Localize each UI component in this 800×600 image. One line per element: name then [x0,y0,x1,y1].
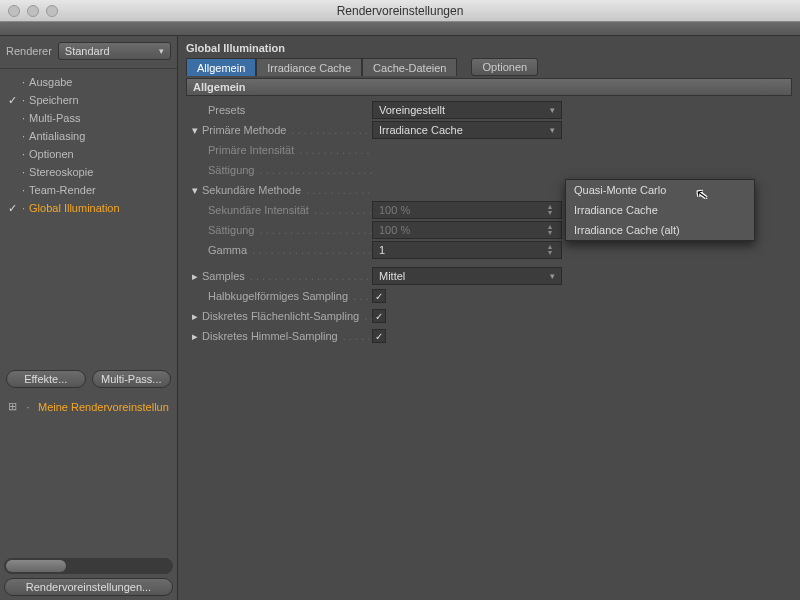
render-settings-button[interactable]: Rendervoreinstellungen... [4,578,173,596]
spinner-icon[interactable]: ▴▾ [548,224,558,236]
disclosure-triangle-icon[interactable]: ▸ [192,270,202,283]
secondary-method-label: Sekundäre Methode [202,184,303,196]
hemispheric-checkbox[interactable]: ✓ [372,289,386,303]
renderer-label: Renderer [6,45,52,57]
sky-sampling-label: Diskretes Himmel-Sampling [202,330,340,342]
area-light-label: Diskretes Flächenlicht-Sampling [202,310,361,322]
tab-bar: Allgemein Irradiance Cache Cache-Dateien… [186,58,792,76]
window-title: Rendervoreinstellungen [0,4,800,18]
section-header: Allgemein [186,78,792,96]
sidebar-item-teamrender[interactable]: ·Team-Render [0,181,177,199]
primary-method-label: Primäre Methode [202,124,288,136]
secondary-saturation-field[interactable]: 100 %▴▾ [372,221,562,239]
sidebar-item-speichern[interactable]: ✓·Speichern [0,91,177,109]
primary-method-menu[interactable]: Quasi-Monte Carlo Irradiance Cache Irrad… [565,179,755,241]
content-panel: Global Illumination Allgemein Irradiance… [178,36,800,600]
sidebar-item-label: Ausgabe [29,76,72,88]
tab-allgemein[interactable]: Allgemein [186,58,256,76]
menu-item-irradiance-cache-alt[interactable]: Irradiance Cache (alt) [566,220,754,240]
tab-irradiance-cache[interactable]: Irradiance Cache [256,58,362,76]
primary-intensity-label: Primäre Intensität [208,144,296,156]
samples-dropdown[interactable]: Mittel [372,267,562,285]
toolbar-strip [0,22,800,36]
secondary-saturation-label: Sättigung [208,224,256,236]
multipass-button[interactable]: Multi-Pass... [92,370,172,388]
primary-saturation-label: Sättigung [208,164,256,176]
secondary-intensity-label: Sekundäre Intensität [208,204,311,216]
dot-icon: · [22,401,34,413]
gamma-field[interactable]: 1▴▾ [372,241,562,259]
spinner-icon[interactable]: ▴▾ [548,244,558,256]
preset-name: Meine Rendervoreinstellun [38,401,169,413]
menu-item-irradiance-cache[interactable]: Irradiance Cache [566,200,754,220]
primary-method-dropdown[interactable]: Irradiance Cache [372,121,562,139]
presets-value: Voreingestellt [379,104,445,116]
disclosure-triangle-icon[interactable]: ▸ [192,330,202,343]
horizontal-scrollbar[interactable] [4,558,173,574]
secondary-intensity-field[interactable]: 100 %▴▾ [372,201,562,219]
sidebar-item-label: Multi-Pass [29,112,80,124]
sidebar-item-label: Team-Render [29,184,96,196]
tab-cache-dateien[interactable]: Cache-Dateien [362,58,457,76]
sidebar-item-label: Optionen [29,148,74,160]
samples-label: Samples [202,270,247,282]
sidebar-item-multipass[interactable]: ·Multi-Pass [0,109,177,127]
checkbox-icon[interactable]: ✓ [6,202,18,215]
checkbox-icon[interactable]: ✓ [6,94,18,107]
sidebar: Renderer Standard ·Ausgabe ✓·Speichern ·… [0,36,178,600]
scrollbar-thumb[interactable] [6,560,66,572]
primary-method-value: Irradiance Cache [379,124,463,136]
effects-button[interactable]: Effekte... [6,370,86,388]
presets-label: Presets [208,104,245,116]
area-light-checkbox[interactable]: ✓ [372,309,386,323]
renderer-dropdown[interactable]: Standard [58,42,171,60]
presets-dropdown[interactable]: Voreingestellt [372,101,562,119]
sidebar-item-antialiasing[interactable]: ·Antialiasing [0,127,177,145]
disclosure-triangle-icon[interactable]: ▸ [192,310,202,323]
gamma-label: Gamma [208,244,249,256]
sidebar-item-label: Global Illumination [29,202,120,214]
sidebar-item-optionen[interactable]: ·Optionen [0,145,177,163]
hemispheric-label: Halbkugelförmiges Sampling [208,290,350,302]
preset-row[interactable]: ⊞ · Meine Rendervoreinstellun [0,396,177,417]
sidebar-item-ausgabe[interactable]: ·Ausgabe [0,73,177,91]
cursor-icon [695,185,710,203]
disclosure-triangle-icon[interactable]: ▾ [192,184,202,197]
sidebar-item-stereoskopie[interactable]: ·Stereoskopie [0,163,177,181]
renderer-value: Standard [65,45,110,57]
tab-optionen[interactable]: Optionen [471,58,538,76]
disclosure-triangle-icon[interactable]: ▾ [192,124,202,137]
sidebar-item-gi[interactable]: ✓·Global Illumination [0,199,177,217]
sky-sampling-checkbox[interactable]: ✓ [372,329,386,343]
sidebar-item-label: Antialiasing [29,130,85,142]
sidebar-item-label: Stereoskopie [29,166,93,178]
spinner-icon[interactable]: ▴▾ [548,204,558,216]
sidebar-item-label: Speichern [29,94,79,106]
titlebar: Rendervoreinstellungen [0,0,800,22]
panel-title: Global Illumination [186,42,792,54]
preset-marker-icon: ⊞ [6,400,18,413]
menu-item-qmc[interactable]: Quasi-Monte Carlo [566,180,754,200]
samples-value: Mittel [379,270,405,282]
render-settings-tree: ·Ausgabe ✓·Speichern ·Multi-Pass ·Antial… [0,69,177,221]
